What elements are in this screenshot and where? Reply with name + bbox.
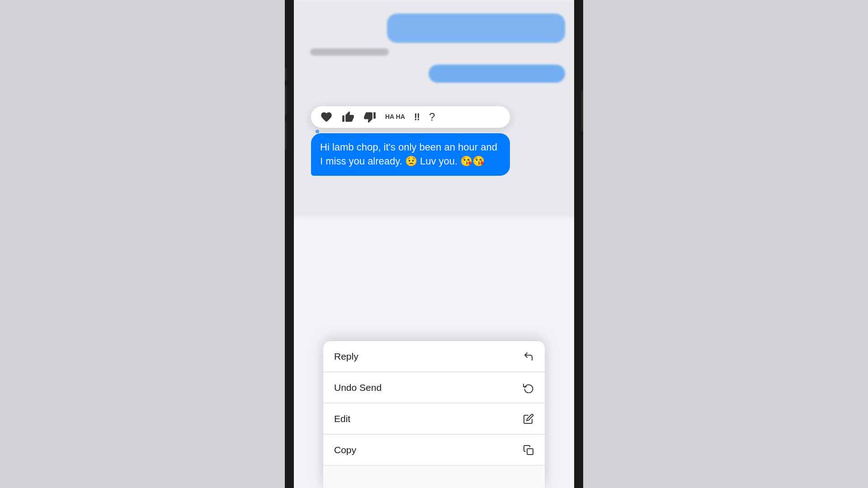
- reply-label: Reply: [334, 351, 359, 362]
- volume-up-button: [285, 86, 287, 115]
- menu-more-hint: [323, 465, 545, 488]
- copy-label: Copy: [334, 445, 356, 455]
- phone-shell: HA HA ‼ ?: [285, 0, 583, 488]
- menu-item-edit[interactable]: Edit: [323, 404, 545, 434]
- haha-reaction[interactable]: HA HA: [385, 113, 405, 120]
- exclaim-label: ‼: [414, 111, 420, 123]
- mute-button: [285, 68, 287, 80]
- menu-item-reply[interactable]: Reply: [323, 341, 545, 372]
- message-bubble-wrapper: Hi lamb chop, it's only been an hour and…: [311, 133, 510, 176]
- trail-dot-1: [316, 130, 319, 133]
- menu-item-copy[interactable]: Copy: [323, 435, 545, 465]
- exclaim-reaction[interactable]: ‼: [414, 111, 420, 123]
- volume-down-button: [285, 121, 287, 150]
- edit-icon: [523, 413, 534, 424]
- bubble-trail: [316, 130, 510, 133]
- left-bg: [0, 0, 181, 488]
- undo-send-icon: [523, 382, 534, 393]
- thumbs-up-reaction[interactable]: [342, 111, 354, 123]
- message-bubble: Hi lamb chop, it's only been an hour and…: [311, 133, 510, 176]
- menu-item-undo-send[interactable]: Undo Send: [323, 372, 545, 403]
- reply-icon: [523, 351, 534, 362]
- volume-buttons: [285, 68, 287, 150]
- reaction-bar-container: HA HA ‼ ?: [307, 106, 510, 176]
- edit-label: Edit: [334, 413, 350, 424]
- power-button: [581, 90, 583, 131]
- haha-label: HA HA: [385, 113, 405, 120]
- undo-send-label: Undo Send: [334, 382, 382, 393]
- context-menu: Reply Undo Send: [323, 341, 545, 488]
- copy-icon: [523, 445, 534, 455]
- phone-screen: HA HA ‼ ?: [294, 0, 574, 488]
- question-reaction[interactable]: ?: [429, 111, 435, 123]
- reaction-pill: HA HA ‼ ?: [311, 106, 510, 128]
- svg-rect-0: [527, 449, 533, 455]
- message-text: Hi lamb chop, it's only been an hour and…: [320, 141, 497, 167]
- right-bg: [687, 0, 868, 488]
- heart-reaction[interactable]: [320, 111, 333, 123]
- question-label: ?: [429, 111, 435, 123]
- scene-background: HA HA ‼ ?: [0, 0, 868, 488]
- thumbs-down-reaction[interactable]: [363, 111, 376, 123]
